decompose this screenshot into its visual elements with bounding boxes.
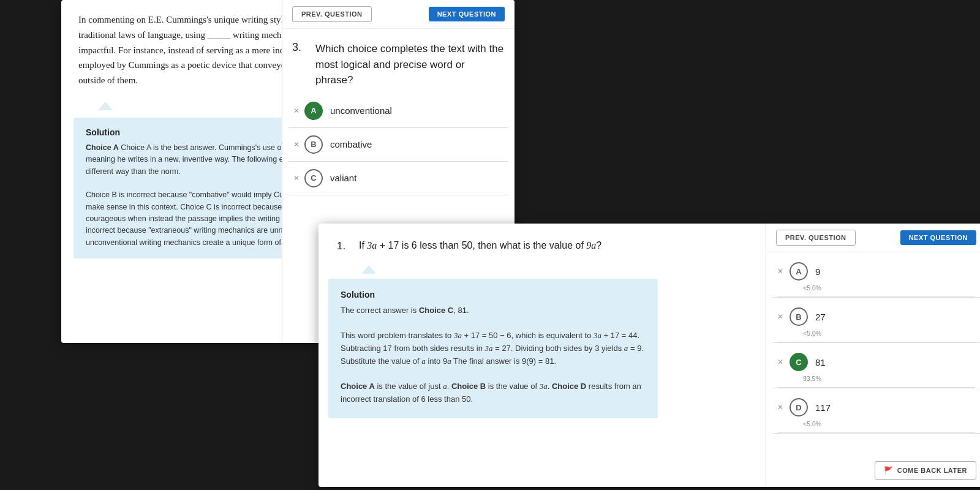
p2-prev-button[interactable]: PREV. QUESTION [776, 230, 856, 246]
p2-left: 1. If 3a + 17 is 6 less than 50, then wh… [318, 224, 668, 487]
p2-nav-bar: PREV. QUESTION NEXT QUESTION [766, 224, 980, 252]
p2-pct-a: <5.0% [803, 284, 975, 292]
p2-question-panel: PREV. QUESTION NEXT QUESTION ✕ A 9 <5.0% [766, 224, 980, 487]
choice-label-b: combative [330, 139, 372, 149]
p2-dismiss-b-icon[interactable]: ✕ [777, 312, 783, 321]
p1-question-text: Which choice completes the text with the… [315, 41, 505, 88]
choice-label-c: valiant [330, 173, 356, 183]
choice-circle-a: A [304, 102, 323, 120]
p2-choice-label-d: 117 [815, 402, 831, 413]
p2-dismiss-d-icon[interactable]: ✕ [777, 403, 783, 412]
p1-next-button[interactable]: NEXT QUESTION [429, 7, 505, 21]
p2-question-area: 1. If 3a + 17 is 6 less than 50, then wh… [318, 224, 668, 264]
dismiss-b-icon[interactable]: ✕ [293, 140, 300, 149]
p2-choice-label-a: 9 [815, 266, 820, 277]
p1-nav-bar: PREV. QUESTION NEXT QUESTION [282, 0, 514, 29]
p1-prev-button[interactable]: PREV. QUESTION [292, 6, 372, 22]
p2-pct-c: 93.5% [803, 375, 975, 382]
p2-choice-circle-a: A [790, 262, 808, 281]
p2-choice-circle-d: D [790, 398, 808, 417]
p2-question-number: 1. [337, 238, 349, 254]
p2-answer-item-d[interactable]: ✕ D 117 <5.0% [772, 388, 980, 434]
panel-math: 1. If 3a + 17 is 6 less than 50, then wh… [318, 224, 980, 487]
p2-answer-item-c[interactable]: ✕ C 81 93.5% [772, 343, 980, 388]
p1-question-area: 3. Which choice completes the text with … [282, 29, 514, 94]
dismiss-c-icon[interactable]: ✕ [293, 174, 300, 183]
p2-dismiss-a-icon[interactable]: ✕ [777, 267, 783, 276]
p2-choice-label-c: 81 [815, 357, 826, 368]
come-back-later-button[interactable]: 🚩 COME BACK LATER [875, 461, 976, 480]
answer-item-c[interactable]: ✕ C valiant [288, 162, 508, 195]
answer-item-a[interactable]: ✕ A unconventional [288, 94, 508, 128]
p2-answer-item-b[interactable]: ✕ B 27 <5.0% [772, 298, 980, 343]
p2-choice-label-b: 27 [815, 312, 826, 322]
p2-solution-box: Solution The correct answer is Choice C,… [328, 279, 658, 418]
dismiss-a-icon[interactable]: ✕ [293, 107, 300, 115]
p2-pct-d: <5.0% [803, 420, 975, 428]
answer-item-b[interactable]: ✕ B combative [288, 128, 508, 162]
p2-pct-b: <5.0% [803, 330, 975, 337]
p2-dismiss-c-icon[interactable]: ✕ [777, 358, 783, 366]
p2-choice-circle-b: B [790, 307, 808, 326]
flag-icon: 🚩 [884, 466, 894, 475]
choice-circle-c: C [304, 169, 323, 187]
p2-question-text: If 3a + 17 is 6 less than 50, then what … [359, 238, 601, 253]
p1-answer-list: ✕ A unconventional ✕ B combative ✕ C val… [282, 94, 514, 195]
p2-solution-body: The correct answer is Choice C, 81. This… [341, 304, 646, 406]
choice-circle-b: B [304, 135, 323, 154]
p2-answer-item-a[interactable]: ✕ A 9 <5.0% [772, 252, 980, 298]
come-back-label: COME BACK LATER [897, 467, 967, 474]
p2-next-button[interactable]: NEXT QUESTION [900, 230, 976, 245]
p2-answer-list: ✕ A 9 <5.0% ✕ B 27 <5.0% [766, 252, 980, 434]
p1-question-number: 3. [292, 41, 307, 54]
p2-choice-circle-c: C [790, 353, 808, 371]
choice-label-a: unconventional [330, 105, 392, 116]
p2-solution-title: Solution [341, 290, 646, 300]
